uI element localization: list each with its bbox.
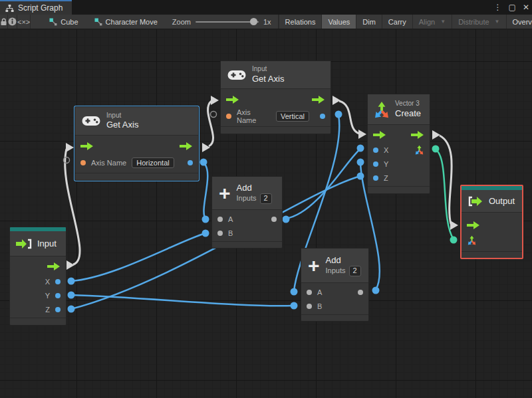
- value-input-port-z[interactable]: [373, 175, 378, 181]
- vector3-input-port[interactable]: [467, 235, 477, 245]
- node-category: Vector 3: [395, 100, 421, 108]
- button-label: Distribute: [458, 18, 489, 26]
- port-label: B: [317, 302, 322, 310]
- port-label: X: [45, 278, 50, 286]
- toolbar-button-values[interactable]: Values: [322, 15, 356, 29]
- add-icon: +: [308, 256, 320, 276]
- info-button[interactable]: [8, 15, 17, 29]
- node-add-1[interactable]: + Add Inputs 2 A B: [211, 176, 283, 249]
- add-icon: +: [219, 183, 231, 203]
- node-title: Create: [395, 108, 421, 119]
- wire-inputy-to-add2-b: [71, 295, 294, 306]
- node-vector3-create[interactable]: Vector 3 Create X Y: [367, 94, 430, 194]
- tab-script-graph[interactable]: Script Graph: [0, 0, 72, 15]
- flow-input-port[interactable]: [373, 131, 386, 139]
- value-output-port-y[interactable]: [55, 293, 61, 298]
- window-menu-icon[interactable]: ⋮: [494, 3, 502, 12]
- button-label: Relations: [285, 18, 316, 26]
- toolbar-button-carry[interactable]: Carry: [382, 15, 413, 29]
- graph-input-icon: [15, 238, 33, 250]
- inputs-label: Inputs: [237, 194, 257, 203]
- flow-output-port[interactable]: [411, 131, 424, 139]
- node-graph-output[interactable]: Output: [460, 185, 523, 259]
- script-graph-icon: [49, 18, 57, 26]
- node-get-axis-vertical[interactable]: Input Get Axis Axis Name Vertical: [220, 60, 331, 134]
- wire-inputx-to-add1-b: [71, 233, 205, 281]
- port-label: X: [384, 146, 388, 154]
- node-category: Input: [106, 112, 138, 120]
- zoom-slider[interactable]: [196, 21, 259, 23]
- toolbar-button-relations[interactable]: Relations: [279, 15, 323, 29]
- port-label: Axis Name: [237, 108, 271, 124]
- wire-horizontal-to-add1-a: [203, 163, 207, 219]
- flow-input-port[interactable]: [226, 96, 239, 104]
- value-output-port[interactable]: [271, 217, 277, 222]
- node-category: Input: [252, 65, 284, 74]
- toolbar-button-overview[interactable]: Overview: [507, 15, 532, 29]
- value-input-port-b[interactable]: [307, 304, 312, 309]
- flow-output-port[interactable]: [312, 96, 325, 104]
- gamepad-icon: [82, 115, 100, 127]
- lock-button[interactable]: [0, 15, 8, 29]
- value-output-port[interactable]: [358, 290, 363, 295]
- value-input-port-y[interactable]: [373, 161, 378, 167]
- string-input-port[interactable]: [226, 114, 231, 119]
- value-output-port-z[interactable]: [55, 307, 61, 312]
- node-add-2[interactable]: + Add Inputs 2 A B: [301, 248, 369, 322]
- node-title: Add: [237, 183, 272, 193]
- node-get-axis-horizontal[interactable]: Input Get Axis Axis Name Horizontal: [74, 106, 199, 181]
- value-output-port[interactable]: [320, 114, 325, 119]
- value-input-port-b[interactable]: [217, 231, 223, 236]
- flow-input-port[interactable]: [467, 221, 480, 229]
- window-maximize-icon[interactable]: ▢: [509, 3, 516, 12]
- value-output-port-x[interactable]: [55, 279, 61, 284]
- zoom-slider-handle[interactable]: [250, 18, 257, 25]
- axis-name-field[interactable]: Vertical: [276, 111, 309, 122]
- breadcrumb-graph-cube[interactable]: Cube: [41, 15, 86, 29]
- port-label: B: [228, 229, 233, 237]
- graph-toolbar: <×> Cube Character Move Zoom 1x Relation…: [0, 15, 532, 29]
- gamepad-icon: [227, 69, 246, 81]
- flow-input-port[interactable]: [80, 142, 94, 150]
- node-graph-input[interactable]: Input X Y Z: [9, 227, 66, 326]
- vector3-output-port[interactable]: [414, 145, 424, 155]
- toolbar-button-dim[interactable]: Dim: [356, 15, 382, 29]
- code-view-button[interactable]: <×>: [17, 15, 31, 29]
- zoom-label: Zoom: [172, 18, 191, 26]
- flow-output-port[interactable]: [47, 262, 61, 270]
- node-title: Input: [37, 239, 57, 249]
- zoom-value: 1x: [263, 18, 271, 26]
- value-output-port[interactable]: [188, 160, 193, 165]
- value-input-port-a[interactable]: [217, 217, 223, 222]
- dropdown-arrow-icon: ▼: [495, 19, 500, 25]
- inputs-count-field[interactable]: 2: [260, 193, 272, 204]
- graph-hierarchy-icon: [5, 4, 14, 13]
- value-input-port-x[interactable]: [373, 148, 378, 153]
- value-input-port-a[interactable]: [307, 290, 312, 295]
- toolbar-button-distribute[interactable]: Distribute ▼: [452, 15, 506, 29]
- tab-title: Script Graph: [18, 3, 63, 13]
- button-label: Overview: [513, 18, 532, 26]
- graph-canvas[interactable]: Input Get Axis Axis Name Horizontal: [0, 29, 532, 398]
- code-view-glyph: <×>: [17, 18, 30, 26]
- inputs-count-field[interactable]: 2: [349, 266, 361, 276]
- node-title: Get Axis: [252, 74, 284, 84]
- port-label: Z: [384, 174, 388, 182]
- toolbar-button-align[interactable]: Align ▼: [413, 15, 452, 29]
- port-label: A: [317, 288, 322, 296]
- flow-output-port[interactable]: [180, 142, 193, 150]
- axis-name-field[interactable]: Horizontal: [132, 157, 174, 168]
- button-label: Align: [419, 18, 435, 26]
- wire-horizontal-to-vertical: [208, 101, 213, 146]
- port-label: A: [228, 215, 233, 223]
- breadcrumb-graph-character-move[interactable]: Character Move: [86, 15, 166, 29]
- port-label: Z: [45, 306, 50, 314]
- button-label: Dim: [362, 18, 376, 26]
- string-input-port[interactable]: [80, 160, 86, 165]
- breadcrumb-label: Cube: [61, 18, 78, 26]
- port-label: Axis Name: [91, 159, 126, 167]
- tab-bar: Script Graph ⋮ ▢ ✕: [0, 0, 532, 15]
- node-title: Get Axis: [106, 120, 138, 130]
- window-close-icon[interactable]: ✕: [523, 3, 529, 12]
- wire-add1-to-vector3-x: [286, 149, 360, 219]
